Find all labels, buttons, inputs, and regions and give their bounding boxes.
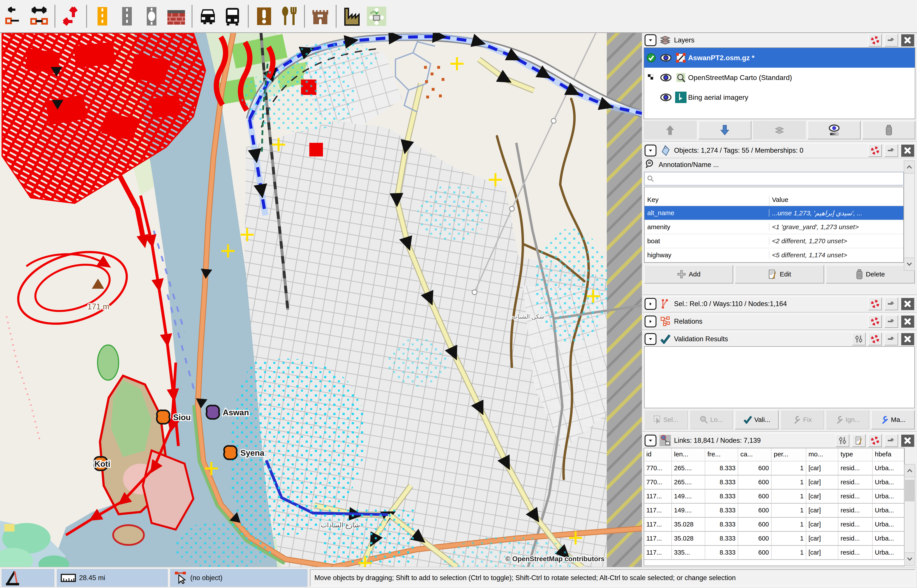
validation-close-button[interactable] bbox=[901, 333, 914, 346]
toolbar-separator bbox=[86, 5, 87, 28]
roundabout-icon[interactable] bbox=[139, 4, 164, 29]
relations-expand-button[interactable] bbox=[644, 315, 656, 327]
visibility-eye-icon[interactable] bbox=[658, 94, 673, 101]
links-row[interactable]: 117...335...8.3336001[car]resid...Urba..… bbox=[644, 546, 904, 560]
links-edit-button[interactable] bbox=[852, 434, 865, 447]
layer-row-carto[interactable]: OpenStreetMap Carto (Standard) bbox=[644, 68, 915, 87]
layer-move-down-button[interactable] bbox=[698, 121, 751, 139]
links-col-ca[interactable]: ca... bbox=[738, 448, 772, 462]
tag-row[interactable]: highway<5 different, 1,174 unset> bbox=[644, 248, 903, 262]
links-row[interactable]: 117...149....8.3336001[car]resid...Urba.… bbox=[644, 489, 904, 504]
barrier-wall-icon[interactable] bbox=[164, 4, 189, 29]
links-row[interactable]: 770...265....8.3336001[car]resid...Urba.… bbox=[644, 475, 904, 489]
car-icon[interactable] bbox=[195, 4, 220, 29]
validation-lookup-button[interactable]: Lo... bbox=[689, 410, 733, 429]
layer-merge-button[interactable] bbox=[753, 121, 806, 139]
validation-sticky-button[interactable] bbox=[868, 333, 882, 346]
layer-opacity-button[interactable] bbox=[807, 121, 860, 139]
tags-scrollbar[interactable] bbox=[904, 160, 915, 271]
links-unpin-button[interactable] bbox=[885, 434, 898, 447]
relations-icon bbox=[659, 316, 672, 327]
bus-icon[interactable] bbox=[220, 4, 245, 29]
industrial-icon[interactable] bbox=[340, 4, 364, 29]
links-col-id[interactable]: id bbox=[644, 448, 672, 462]
validation-select-button[interactable]: Sel... bbox=[644, 410, 688, 429]
links-sticky-button[interactable] bbox=[868, 434, 882, 447]
validation-ignore-button[interactable]: Ign... bbox=[826, 410, 870, 429]
selection-close-button[interactable] bbox=[901, 297, 914, 310]
scroll-down-button[interactable] bbox=[904, 257, 914, 270]
tags-unpin-button[interactable] bbox=[885, 144, 898, 157]
links-col-mo[interactable]: mo... bbox=[806, 448, 838, 462]
hazard-icon[interactable] bbox=[252, 4, 276, 29]
links-col-len[interactable]: len... bbox=[672, 448, 705, 462]
road-orange-icon[interactable] bbox=[90, 4, 115, 29]
road-gray-icon[interactable] bbox=[115, 4, 139, 29]
tag-add-button[interactable]: Add bbox=[644, 265, 733, 283]
combine-way-icon[interactable] bbox=[27, 4, 52, 29]
scroll-up-button[interactable] bbox=[905, 465, 915, 477]
selection-unpin-button[interactable] bbox=[885, 297, 898, 310]
restaurant-icon[interactable] bbox=[276, 4, 301, 29]
links-col-hbefa[interactable]: hbefa bbox=[873, 448, 904, 462]
validation-unpin-button[interactable] bbox=[885, 333, 898, 346]
links-col-fre[interactable]: fre... bbox=[705, 448, 738, 462]
links-row[interactable]: 117...35.0288.3336001[car]resid...Urba..… bbox=[644, 532, 904, 546]
layer-row-bing[interactable]: Bing aerial imagery bbox=[644, 87, 915, 107]
layer-row-data[interactable]: AswanPT2.osm.gz * bbox=[644, 48, 915, 68]
castle-icon[interactable] bbox=[308, 4, 333, 29]
validation-results-list[interactable] bbox=[644, 346, 915, 408]
split-way-icon[interactable] bbox=[2, 4, 27, 29]
tag-row[interactable]: boat<2 different, 1,270 unset> bbox=[644, 234, 903, 248]
map-canvas[interactable]: Siou Aswan Syena Koti 171 m شارع السادات… bbox=[0, 33, 642, 567]
visibility-eye-icon[interactable] bbox=[658, 74, 673, 82]
turn-restriction-icon[interactable] bbox=[58, 4, 83, 29]
links-row[interactable]: 117...149....8.3336001[car]resid...Urba.… bbox=[644, 504, 904, 518]
ruler-icon bbox=[61, 573, 76, 583]
links-collapse-button[interactable] bbox=[644, 435, 656, 446]
links-row[interactable]: 770...265....8.3336001[car]resid...Urba.… bbox=[644, 462, 904, 475]
label-elevation: 171 m bbox=[87, 302, 110, 311]
preset-selector[interactable]: Annotation/Name ... bbox=[643, 158, 905, 171]
validation-validate-button[interactable]: Vali... bbox=[735, 410, 778, 429]
tag-row[interactable]: amenity<1 'grave_yard', 1,273 unset> bbox=[644, 220, 903, 234]
scroll-up-button[interactable] bbox=[904, 161, 914, 174]
layer-move-up-button[interactable] bbox=[644, 121, 697, 139]
tags-collapse-button[interactable] bbox=[644, 145, 656, 157]
tags-sticky-button[interactable] bbox=[868, 144, 882, 157]
key-column-header[interactable]: Key bbox=[644, 196, 769, 206]
links-filter-button[interactable] bbox=[836, 434, 849, 447]
visibility-eye-icon[interactable] bbox=[658, 54, 673, 62]
scroll-thumb[interactable] bbox=[905, 480, 914, 501]
tag-row[interactable]: alt_name...unse 1,273, 'سيدي إبراهيم', .… bbox=[644, 206, 903, 220]
links-col-type[interactable]: type bbox=[838, 448, 873, 462]
links-close-button[interactable] bbox=[901, 434, 914, 447]
move-map-icon[interactable] bbox=[364, 4, 389, 29]
selection-sticky-button[interactable] bbox=[868, 297, 882, 310]
selection-expand-button[interactable] bbox=[644, 298, 656, 310]
layers-unpin-button[interactable] bbox=[885, 34, 898, 47]
layers-collapse-button[interactable] bbox=[644, 34, 656, 46]
layers-close-button[interactable] bbox=[901, 34, 914, 47]
tag-edit-button[interactable]: Edit bbox=[735, 265, 824, 283]
links-row[interactable]: 117...35.0288.3336001[car]resid...Urba..… bbox=[644, 518, 904, 532]
validation-collapse-button[interactable] bbox=[644, 333, 656, 345]
links-col-per[interactable]: per... bbox=[772, 448, 806, 462]
tags-close-button[interactable] bbox=[901, 144, 914, 157]
label-koti: Koti bbox=[94, 459, 110, 468]
validation-title: Validation Results bbox=[674, 335, 728, 343]
relations-unpin-button[interactable] bbox=[885, 315, 898, 328]
scroll-down-button[interactable] bbox=[905, 552, 915, 565]
validation-filter-button[interactable] bbox=[852, 333, 865, 346]
layer-delete-button[interactable] bbox=[862, 121, 915, 139]
validation-fix-button[interactable]: Fix bbox=[780, 410, 824, 429]
relations-close-button[interactable] bbox=[901, 315, 914, 328]
tag-search-input[interactable] bbox=[644, 172, 904, 186]
validation-manage-button[interactable]: Ma... bbox=[871, 410, 915, 429]
tag-delete-button[interactable]: Delete bbox=[826, 265, 915, 283]
layers-sticky-button[interactable] bbox=[868, 34, 882, 47]
value-column-header[interactable]: Value bbox=[769, 196, 903, 206]
relations-sticky-button[interactable] bbox=[868, 315, 882, 328]
angle-field bbox=[2, 569, 54, 587]
links-scrollbar[interactable] bbox=[904, 464, 915, 565]
